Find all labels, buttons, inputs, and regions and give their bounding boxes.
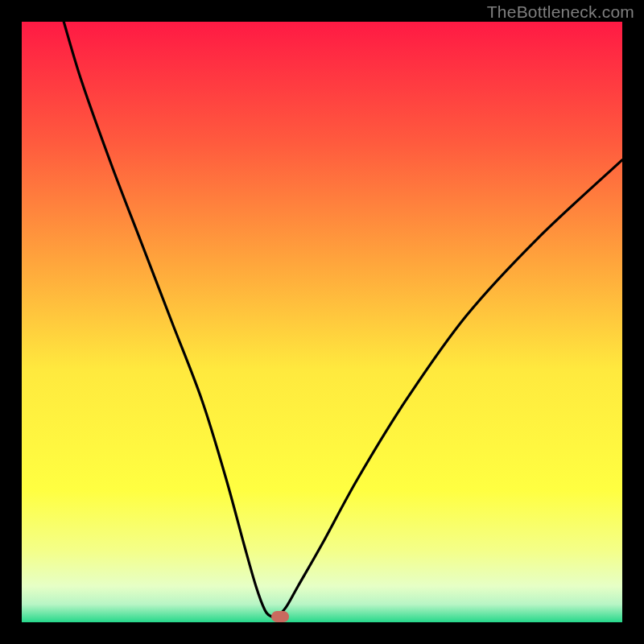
svg-rect-0 (22, 22, 622, 622)
watermark-text: TheBottleneck.com (487, 2, 634, 22)
chart-frame: TheBottleneck.com (0, 0, 644, 644)
optimal-marker (271, 611, 289, 622)
plot-area (22, 22, 622, 622)
background-gradient (22, 22, 622, 622)
